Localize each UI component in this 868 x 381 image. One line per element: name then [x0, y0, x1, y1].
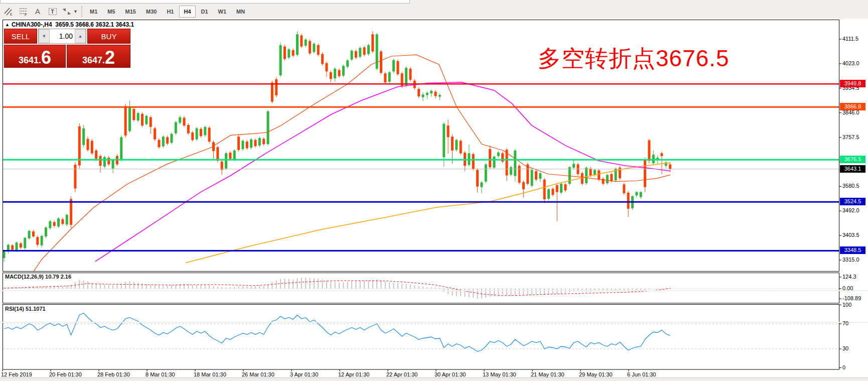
candle-body	[179, 117, 181, 123]
candle-body	[132, 109, 135, 120]
candle-body	[66, 215, 68, 224]
candle-body	[292, 50, 295, 56]
timeframe-button-mn[interactable]: MN	[232, 6, 249, 18]
textbox-icon[interactable]: T	[46, 6, 59, 17]
candle-body	[635, 192, 638, 196]
date-label: 12 Feb 2019	[1, 371, 32, 377]
candle-body	[351, 51, 353, 60]
panel-border	[3, 273, 839, 304]
candle-body	[187, 125, 190, 134]
panel-border	[3, 305, 839, 370]
ask-price-box[interactable]: 3647.2	[67, 45, 130, 68]
rsi-axis-label: 100	[842, 302, 851, 308]
candle-body	[669, 165, 671, 169]
panel-separator[interactable]	[0, 290, 868, 291]
timeframe-button-m5[interactable]: M5	[103, 6, 119, 18]
bid-price-main: 3641.	[19, 55, 41, 66]
panel-separator[interactable]	[0, 322, 868, 323]
timeframe-button-h4[interactable]: H4	[179, 6, 195, 18]
date-label: 6 Jun 01:30	[627, 371, 656, 377]
candle-body	[485, 164, 487, 181]
candle-body	[61, 219, 64, 224]
timeframe-button-d1[interactable]: D1	[197, 6, 213, 18]
volume-decrease-button[interactable]: ▼	[39, 29, 50, 43]
candle-body	[171, 134, 173, 143]
candle-body	[439, 95, 441, 96]
candle-body	[455, 140, 458, 150]
candle-body	[594, 170, 596, 175]
candle-body	[321, 54, 324, 64]
candle-body	[150, 117, 152, 127]
candle-body	[435, 92, 437, 96]
buy-button[interactable]: BUY	[87, 29, 130, 44]
timeframe-button-m15[interactable]: M15	[121, 6, 140, 18]
price-badge: 3524.5	[840, 198, 865, 205]
ask-price-main: 3647.	[82, 55, 105, 66]
rsi-indicator-label: RSI(14) 51.1071	[5, 306, 46, 312]
candle-body	[300, 36, 303, 47]
price-axis-label: 3315.0	[842, 257, 859, 263]
macd-axis-label: 0.00	[842, 285, 853, 292]
ma-mid-magenta	[95, 82, 670, 262]
candle-body	[342, 66, 345, 75]
candle-body	[338, 70, 341, 76]
candle-body	[371, 34, 374, 51]
candle-body	[107, 158, 110, 164]
candle-body	[154, 129, 156, 140]
price-axis-label: 3403.5	[842, 232, 859, 238]
candle-body	[430, 91, 432, 93]
candle-body	[493, 157, 495, 168]
candle-body	[128, 107, 131, 132]
candle-body	[175, 122, 177, 133]
timeframe-button-m30[interactable]: M30	[141, 6, 161, 18]
bid-price-box[interactable]: 3641.6	[4, 45, 66, 68]
candle-body	[221, 162, 223, 170]
candle-body	[82, 129, 85, 145]
candle-body	[623, 184, 625, 193]
arrows-icon[interactable]	[60, 6, 73, 17]
candle-body	[74, 165, 76, 189]
volume-increase-button[interactable]: ▲	[75, 29, 86, 43]
timeframe-button-m1[interactable]: M1	[85, 6, 102, 18]
sell-button[interactable]: SELL	[4, 29, 37, 44]
fibonacci-icon[interactable]: F	[17, 6, 30, 17]
candle-body	[36, 237, 39, 244]
candle-body	[460, 141, 462, 153]
candle-body	[648, 140, 650, 161]
candle-body	[531, 170, 533, 185]
candle-body	[660, 153, 663, 156]
candle-body	[196, 129, 198, 140]
candle-body	[166, 137, 169, 144]
candle-body	[564, 184, 566, 190]
candle-body	[355, 51, 357, 58]
candle-body	[556, 185, 558, 192]
candle-body	[476, 170, 479, 186]
candle-body	[87, 139, 89, 150]
chevron-down-icon[interactable]: ▼	[73, 9, 78, 14]
candle-body	[535, 171, 537, 180]
candle-body	[225, 153, 227, 168]
candle-body	[233, 151, 236, 160]
equidistant-channel-icon[interactable]: E	[2, 6, 15, 17]
chart-header: ▲CHINA300-,H4 3659.5 3668.6 3632.1 3643.…	[5, 21, 134, 28]
candle-body	[24, 238, 26, 248]
candle-body	[309, 41, 311, 54]
candle-body	[359, 48, 361, 57]
date-label: 8 Mar 01:30	[146, 371, 175, 377]
rsi-axis-label: 70	[842, 320, 848, 327]
candle-body	[241, 141, 244, 149]
candle-body	[16, 242, 18, 250]
collapse-panel-icon[interactable]: ▲	[5, 22, 10, 27]
candle-body	[20, 243, 22, 247]
candle-body	[514, 151, 516, 176]
candle-body	[581, 173, 584, 184]
volume-input[interactable]	[50, 29, 75, 43]
bid-price-big-digit: 6	[41, 50, 51, 66]
timeframe-button-h1[interactable]: H1	[162, 6, 178, 18]
candle-body	[518, 166, 521, 183]
svg-text:F: F	[25, 12, 27, 16]
text-icon[interactable]: A	[31, 6, 44, 17]
candle-body	[560, 184, 562, 193]
timeframe-button-w1[interactable]: W1	[214, 6, 231, 18]
candle-body	[162, 137, 165, 146]
